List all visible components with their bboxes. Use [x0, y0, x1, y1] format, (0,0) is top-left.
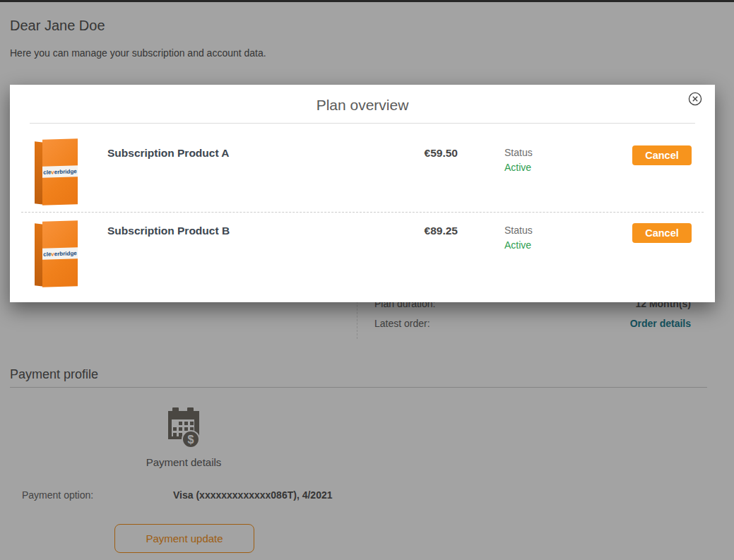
modal-title-divider [30, 123, 695, 124]
product-price: €59.50 [363, 147, 458, 160]
row-separator [21, 212, 704, 213]
subscription-row: cleverbridge Subscription Product A €59.… [10, 131, 715, 212]
product-price: €89.25 [363, 225, 458, 237]
product-box-logo: cleverbridge [43, 250, 77, 258]
software-box-icon: cleverbridge [34, 138, 79, 208]
screen: Dear Jane Doe Here you can manage your s… [0, 0, 734, 560]
status-label: Status [504, 225, 533, 236]
modal-title: Plan overview [10, 97, 715, 114]
plan-overview-modal: Plan overview cleverbridge Subscription … [10, 85, 715, 302]
subscription-row: cleverbridge Subscription Product B €89.… [10, 216, 715, 297]
software-box-icon: cleverbridge [34, 220, 79, 290]
product-name: Subscription Product B [107, 225, 230, 237]
cancel-button[interactable]: Cancel [632, 223, 692, 243]
cancel-button[interactable]: Cancel [632, 145, 692, 165]
status-badge: Active [504, 162, 531, 173]
status-badge: Active [504, 239, 531, 251]
product-name: Subscription Product A [107, 147, 230, 160]
product-box-logo: cleverbridge [43, 168, 77, 176]
status-label: Status [504, 147, 533, 158]
circle-x-close-icon[interactable] [688, 92, 702, 106]
